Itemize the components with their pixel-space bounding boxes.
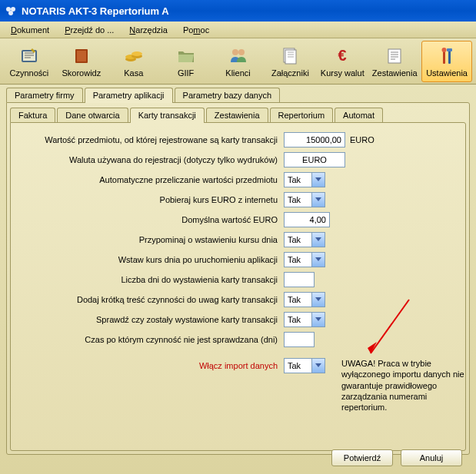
- label-wlacz-import: Włącz import danych: [18, 361, 284, 370]
- label-pobieraj-kurs: Pobieraj kurs EURO z internetu: [18, 195, 284, 204]
- select-dodaj-tresc[interactable]: Tak: [284, 292, 325, 307]
- toolbar: Czynności Skorowidz Kasa GIIF Klienci Za…: [0, 38, 476, 85]
- svg-point-11: [232, 49, 238, 55]
- toolbar-kasa[interactable]: Kasa: [108, 41, 159, 82]
- input-waluta[interactable]: [284, 152, 345, 167]
- label-przypominaj: Przypominaj o wstawieniu kursu dnia: [18, 235, 284, 244]
- menu-dokument[interactable]: Dokument: [3, 23, 57, 37]
- tab-parametry-firmy[interactable]: Parametry firmy: [6, 88, 83, 102]
- label-waluta: Waluta używana do rejestracji (dotyczy t…: [18, 155, 284, 164]
- chevron-down-icon: [311, 313, 325, 326]
- label-sprawdz: Sprawdź czy zostały wystawione karty tra…: [18, 315, 284, 324]
- toolbar-label: Kursy walut: [321, 68, 364, 78]
- outer-tabs: Parametry firmy Parametry aplikacji Para…: [6, 88, 470, 102]
- tab-parametry-aplikacji[interactable]: Parametry aplikacji: [85, 88, 173, 103]
- toolbar-giif[interactable]: GIIF: [161, 41, 211, 82]
- svg-point-19: [442, 48, 447, 52]
- chevron-down-icon: [311, 173, 325, 187]
- menubar: Dokument Przejdź do ... Narzędzia Pomoc: [0, 22, 476, 38]
- toolbar-kursy[interactable]: € Kursy walut: [317, 41, 368, 82]
- chevron-down-icon: [311, 193, 325, 207]
- input-czas[interactable]: [284, 332, 315, 347]
- svg-point-10: [131, 51, 142, 56]
- attachment-icon: [279, 45, 301, 67]
- select-wstaw-kurs[interactable]: Tak: [284, 252, 325, 267]
- label-wstaw-kurs: Wstaw kurs dnia po uruchomieniu aplikacj…: [18, 255, 284, 264]
- toolbar-label: Zestawienia: [372, 68, 418, 78]
- toolbar-label: Czynności: [10, 68, 49, 78]
- tab-parametry-bazy[interactable]: Parametry bazy danych: [175, 88, 281, 102]
- label-liczba-dni: Liczba dni do wystawienia karty transakc…: [18, 275, 284, 284]
- svg-point-0: [6, 7, 11, 12]
- toolbar-label: Kasa: [124, 68, 143, 78]
- chevron-down-icon: [311, 253, 325, 267]
- menu-przejdz[interactable]: Przejdź do ...: [57, 23, 121, 37]
- svg-point-2: [8, 11, 13, 15]
- chevron-down-icon: [311, 359, 325, 373]
- input-domyslna-wartosc[interactable]: [284, 212, 330, 227]
- tab-repertorium[interactable]: Repertorium: [270, 108, 334, 122]
- chevron-down-icon: [311, 233, 325, 247]
- toolbar-klienci[interactable]: Klienci: [213, 41, 264, 82]
- select-przypominaj[interactable]: Tak: [284, 232, 325, 247]
- svg-rect-16: [388, 49, 401, 63]
- chevron-down-icon: [311, 293, 325, 307]
- toolbar-label: Ustawienia: [426, 68, 468, 78]
- titlebar: NOTARIS AKT-3 Repertorium A: [0, 0, 476, 22]
- confirm-button[interactable]: Potwierdź: [331, 449, 393, 466]
- inner-tab-panel: Wartość przedmiotu, od której rejestrowa…: [10, 122, 466, 451]
- label-dodaj-tresc: Dodaj krótką treść czynności do uwag kar…: [18, 295, 284, 304]
- inner-tabs: Faktura Dane otwarcia Karty transakcji Z…: [10, 108, 466, 122]
- app-icon: [5, 5, 17, 17]
- label-wartosc-przedmiotu: Wartość przedmiotu, od której rejestrowa…: [18, 135, 284, 144]
- book-icon: [71, 45, 92, 67]
- tab-karty-transakcji[interactable]: Karty transakcji: [130, 108, 205, 123]
- outer-tab-panel: Faktura Dane otwarcia Karty transakcji Z…: [6, 102, 470, 455]
- tab-automat[interactable]: Automat: [335, 108, 383, 122]
- content-area: Parametry firmy Parametry aplikacji Para…: [0, 85, 476, 474]
- input-wartosc-przedmiotu[interactable]: [284, 132, 345, 148]
- svg-rect-6: [77, 51, 86, 61]
- toolbar-label: Skorowidz: [62, 68, 101, 78]
- cancel-button[interactable]: Anuluj: [401, 449, 462, 466]
- svg-point-1: [11, 7, 15, 12]
- toolbar-label: Klienci: [225, 68, 250, 78]
- toolbar-skorowidz[interactable]: Skorowidz: [56, 41, 107, 82]
- select-auto-przeliczanie[interactable]: Tak: [284, 172, 325, 187]
- toolbar-zestawienia[interactable]: Zestawienia: [369, 41, 420, 82]
- warning-text: UWAGA! Praca w trybie wyłączonego import…: [341, 358, 472, 413]
- people-icon: [228, 45, 249, 67]
- menu-pomoc[interactable]: Pomoc: [175, 23, 217, 37]
- toolbar-ustawienia[interactable]: Ustawienia: [421, 41, 472, 82]
- report-icon: [384, 45, 405, 67]
- label-auto-przeliczanie: Automatyczne przeliczanie wartości przed…: [18, 175, 284, 184]
- euro-icon: €: [331, 45, 353, 67]
- menu-narzedzia[interactable]: Narzędzia: [121, 23, 175, 37]
- tab-faktura[interactable]: Faktura: [10, 108, 55, 122]
- bottom-buttons: Potwierdź Anuluj: [331, 449, 462, 466]
- toolbar-czynnosci[interactable]: Czynności: [4, 41, 55, 82]
- coins-icon: [123, 45, 145, 67]
- input-liczba-dni[interactable]: [284, 272, 315, 287]
- select-sprawdz[interactable]: Tak: [284, 312, 325, 327]
- notebook-icon: [18, 45, 40, 67]
- toolbar-label: Załączniki: [271, 68, 309, 78]
- svg-text:€: €: [338, 47, 347, 64]
- tab-zestawienia[interactable]: Zestawienia: [206, 108, 268, 122]
- folder-icon: [175, 45, 197, 67]
- select-pobieraj-kurs[interactable]: Tak: [284, 192, 325, 207]
- svg-rect-20: [447, 48, 452, 51]
- unit-euro: EURO: [350, 135, 374, 144]
- tab-dane-otwarcia[interactable]: Dane otwarcia: [57, 108, 128, 122]
- select-wlacz-import[interactable]: Tak: [284, 358, 325, 373]
- tools-icon: [436, 45, 458, 67]
- label-czas: Czas po którym czynność nie jest sprawdz…: [18, 335, 284, 344]
- toolbar-label: GIIF: [178, 68, 194, 78]
- label-domyslna-wartosc: Domyślna wartość EURO: [18, 215, 284, 224]
- toolbar-zalaczniki[interactable]: Załączniki: [265, 41, 315, 82]
- svg-point-12: [238, 49, 245, 55]
- window-title: NOTARIS AKT-3 Repertorium A: [22, 5, 169, 17]
